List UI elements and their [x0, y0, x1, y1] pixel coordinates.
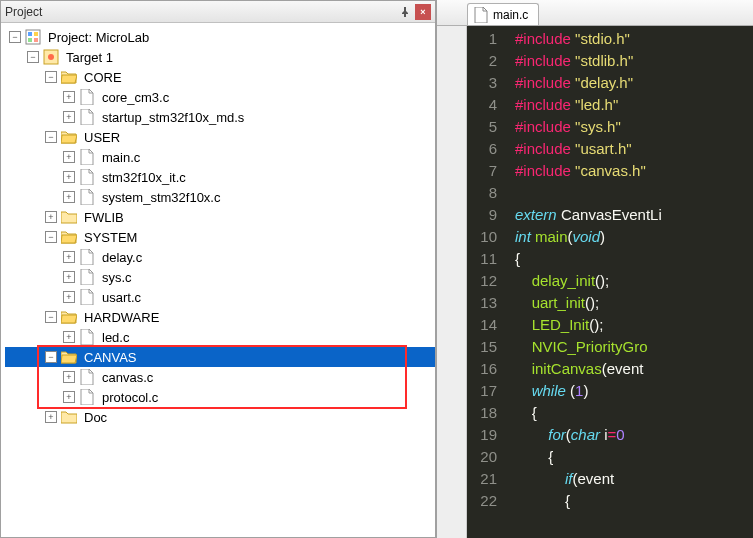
- group-fwlib[interactable]: +FWLIB: [5, 207, 435, 227]
- pin-icon: [400, 7, 410, 17]
- code-line[interactable]: {: [515, 248, 753, 270]
- project-root[interactable]: −Project: MicroLab: [5, 27, 435, 47]
- expand-glyph[interactable]: +: [63, 371, 75, 383]
- code-line[interactable]: {: [515, 490, 753, 512]
- editor-tab-label: main.c: [493, 8, 528, 22]
- code-line[interactable]: #include "canvas.h": [515, 160, 753, 182]
- code-line[interactable]: while (1): [515, 380, 753, 402]
- code-line[interactable]: initCanvas(event: [515, 358, 753, 380]
- code-line[interactable]: LED_Init();: [515, 314, 753, 336]
- line-number: 11: [471, 248, 497, 270]
- line-number: 19: [471, 424, 497, 446]
- expand-glyph[interactable]: +: [63, 91, 75, 103]
- expand-glyph[interactable]: +: [63, 251, 75, 263]
- line-number: 1: [471, 28, 497, 50]
- project-panel: Project × −Project: MicroLab−Target 1−CO…: [0, 0, 436, 538]
- code-line[interactable]: #include "delay.h": [515, 72, 753, 94]
- node-label: CORE: [81, 69, 125, 86]
- expand-glyph[interactable]: −: [45, 311, 57, 323]
- project-tree[interactable]: −Project: MicroLab−Target 1−CORE+core_cm…: [1, 23, 435, 537]
- file-node[interactable]: +usart.c: [5, 287, 435, 307]
- line-number: 4: [471, 94, 497, 116]
- expand-glyph[interactable]: +: [45, 411, 57, 423]
- editor-tab-main-c[interactable]: main.c: [467, 3, 539, 25]
- code-line[interactable]: {: [515, 402, 753, 424]
- expand-glyph[interactable]: +: [63, 271, 75, 283]
- file-node[interactable]: +main.c: [5, 147, 435, 167]
- file-node[interactable]: +stm32f10x_it.c: [5, 167, 435, 187]
- line-number: 14: [471, 314, 497, 336]
- file-node[interactable]: +sys.c: [5, 267, 435, 287]
- group-user[interactable]: −USER: [5, 127, 435, 147]
- expand-glyph[interactable]: +: [63, 151, 75, 163]
- node-label: system_stm32f10x.c: [99, 189, 224, 206]
- code-line[interactable]: #include "stdlib.h": [515, 50, 753, 72]
- code-line[interactable]: #include "sys.h": [515, 116, 753, 138]
- code-view[interactable]: #include "stdio.h"#include "stdlib.h"#in…: [507, 26, 753, 538]
- code-line[interactable]: for(char i=0: [515, 424, 753, 446]
- file-node[interactable]: +startup_stm32f10x_md.s: [5, 107, 435, 127]
- file-node[interactable]: +protocol.c: [5, 387, 435, 407]
- file-node[interactable]: +led.c: [5, 327, 435, 347]
- folder-open-icon: [61, 69, 77, 85]
- node-label: HARDWARE: [81, 309, 162, 326]
- expand-glyph[interactable]: +: [63, 331, 75, 343]
- code-line[interactable]: NVIC_PriorityGro: [515, 336, 753, 358]
- expand-glyph[interactable]: +: [63, 171, 75, 183]
- expand-glyph[interactable]: −: [27, 51, 39, 63]
- line-number: 6: [471, 138, 497, 160]
- expand-glyph[interactable]: +: [63, 391, 75, 403]
- line-number: 16: [471, 358, 497, 380]
- line-number: 7: [471, 160, 497, 182]
- expand-glyph[interactable]: −: [45, 71, 57, 83]
- line-number: 15: [471, 336, 497, 358]
- line-number: 17: [471, 380, 497, 402]
- node-label: sys.c: [99, 269, 135, 286]
- folder-closed-icon: [61, 209, 77, 225]
- node-label: delay.c: [99, 249, 145, 266]
- expand-glyph[interactable]: −: [45, 231, 57, 243]
- target-node[interactable]: −Target 1: [5, 47, 435, 67]
- svg-rect-2: [34, 32, 38, 36]
- node-label: canvas.c: [99, 369, 156, 386]
- code-line[interactable]: #include "led.h": [515, 94, 753, 116]
- code-line[interactable]: [515, 182, 753, 204]
- line-number: 12: [471, 270, 497, 292]
- code-line[interactable]: #include "usart.h": [515, 138, 753, 160]
- code-line[interactable]: {: [515, 446, 753, 468]
- code-area: 12345678910111213141516171819202122 #inc…: [437, 26, 753, 538]
- group-system[interactable]: −SYSTEM: [5, 227, 435, 247]
- expand-glyph[interactable]: −: [9, 31, 21, 43]
- fold-margin[interactable]: [437, 26, 467, 538]
- expand-glyph[interactable]: −: [45, 351, 57, 363]
- code-line[interactable]: if(event: [515, 468, 753, 490]
- pin-button[interactable]: [397, 4, 413, 20]
- expand-glyph[interactable]: +: [63, 191, 75, 203]
- code-line[interactable]: extern CanvasEventLi: [515, 204, 753, 226]
- file-node[interactable]: +delay.c: [5, 247, 435, 267]
- node-label: startup_stm32f10x_md.s: [99, 109, 247, 126]
- code-line[interactable]: uart_init();: [515, 292, 753, 314]
- line-number: 8: [471, 182, 497, 204]
- line-number: 9: [471, 204, 497, 226]
- expand-glyph[interactable]: +: [45, 211, 57, 223]
- expand-glyph[interactable]: +: [63, 291, 75, 303]
- expand-glyph[interactable]: +: [63, 111, 75, 123]
- file-node[interactable]: +system_stm32f10x.c: [5, 187, 435, 207]
- svg-rect-4: [34, 38, 38, 42]
- group-canvas[interactable]: −CANVAS: [5, 347, 435, 367]
- code-line[interactable]: int main(void): [515, 226, 753, 248]
- expand-glyph[interactable]: −: [45, 131, 57, 143]
- code-line[interactable]: #include "stdio.h": [515, 28, 753, 50]
- file-node[interactable]: +canvas.c: [5, 367, 435, 387]
- group-hardware[interactable]: −HARDWARE: [5, 307, 435, 327]
- node-label: core_cm3.c: [99, 89, 172, 106]
- code-line[interactable]: delay_init();: [515, 270, 753, 292]
- group-doc[interactable]: +Doc: [5, 407, 435, 427]
- node-label: stm32f10x_it.c: [99, 169, 189, 186]
- close-button[interactable]: ×: [415, 4, 431, 20]
- file-node[interactable]: +core_cm3.c: [5, 87, 435, 107]
- line-number: 21: [471, 468, 497, 490]
- group-core[interactable]: −CORE: [5, 67, 435, 87]
- file-icon: [79, 249, 95, 265]
